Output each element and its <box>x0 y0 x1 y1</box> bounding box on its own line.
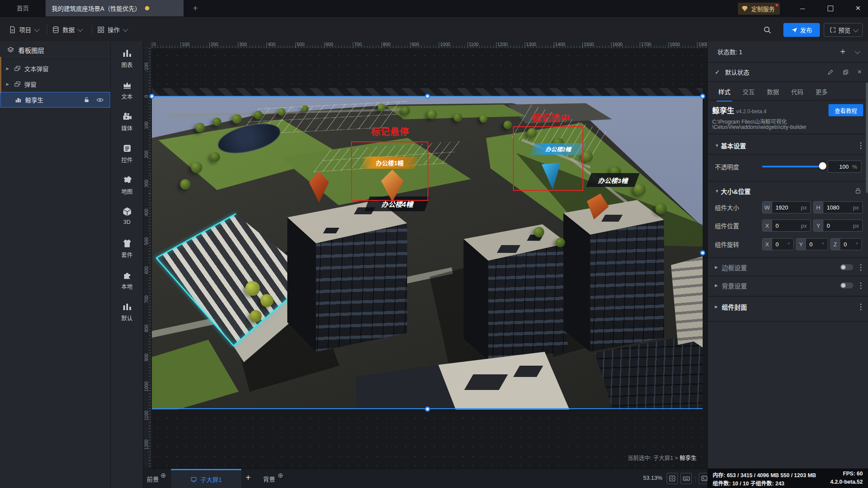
ruler-tick-label: 1200 <box>144 439 149 449</box>
default-state-label: 默认状态 <box>725 68 750 76</box>
resize-handle-top-right[interactable] <box>700 94 705 99</box>
tab-style[interactable]: 样式 <box>718 87 730 96</box>
lock-icon[interactable] <box>855 187 861 195</box>
caret-right-icon[interactable]: ▶ <box>715 283 721 288</box>
default-state-row[interactable]: ✓ 默认状态 × <box>708 63 868 81</box>
background-tab[interactable]: 背景 <box>263 475 275 483</box>
add-circle-icon[interactable]: ⊕ <box>278 472 283 479</box>
background-toggle-off[interactable] <box>840 282 853 288</box>
scene-3d-viewport[interactable]: 标记悬停 标记选中 办公楼1幢 办公楼2幢 办公楼3幢 办公楼4幢 <box>152 97 703 409</box>
menu-action[interactable]: 操作 <box>97 23 127 36</box>
chevron-down-icon[interactable] <box>855 48 861 54</box>
opacity-value-field[interactable]: 100% <box>828 160 861 173</box>
section-widget-cover[interactable]: ▶ 组件封面 <box>708 298 868 315</box>
zoom-level[interactable]: 53.13% <box>643 475 662 481</box>
toolbar-item-kits[interactable]: 套件 <box>111 238 143 264</box>
section-menu-icon[interactable] <box>860 264 861 271</box>
panel-scrollbar[interactable] <box>866 82 868 193</box>
caret-right-icon[interactable]: ▶ <box>6 82 10 86</box>
delete-state-icon[interactable]: × <box>858 68 861 76</box>
opacity-slider-track[interactable] <box>762 166 826 167</box>
tab-data[interactable]: 数据 <box>767 87 779 96</box>
section-border-settings[interactable]: ▶ 边框设置 <box>708 259 868 275</box>
layer-item-text-popup[interactable]: ▶ 文本弹窗 <box>0 61 111 76</box>
cube-icon <box>122 206 132 217</box>
menu-project[interactable]: 项目 <box>9 23 38 36</box>
resize-handle-bottom-center[interactable] <box>425 406 430 412</box>
add-circle-icon[interactable]: ⊕ <box>161 472 166 479</box>
layer-item-popup[interactable]: ▶ 弹窗 <box>0 76 111 92</box>
toolbar-item-controls[interactable]: 控件 <box>111 143 143 169</box>
keyboard-shortcuts-button[interactable] <box>681 473 692 484</box>
caret-right-icon[interactable]: ▶ <box>6 66 10 71</box>
toolbar-item-3d[interactable]: 3D <box>111 206 143 233</box>
toolbar-item-default[interactable]: 默认 <box>111 301 143 328</box>
layer-item-digital-twin-selected[interactable]: 鲸孪生 <box>0 92 110 108</box>
ruler-tick-label: 400 <box>144 209 149 216</box>
tab-home[interactable]: 首页 <box>0 0 46 16</box>
resize-handle-top-left[interactable] <box>149 94 155 99</box>
toolbar-item-text[interactable]: 文本 <box>111 80 143 106</box>
tutorial-button[interactable]: 查看教程 <box>829 104 863 116</box>
toolbar-item-local[interactable]: 本地 <box>111 270 143 296</box>
suit-icon <box>122 238 132 249</box>
widget-path-line2: \CetusView\addons\widgets\city-builder <box>712 124 806 130</box>
tab-more[interactable]: 更多 <box>815 87 828 96</box>
foreground-tab[interactable]: 前景 <box>147 475 159 483</box>
caret-right-icon[interactable]: ▶ <box>715 265 721 269</box>
resize-handle-top-center[interactable] <box>425 94 430 99</box>
section-basic-settings[interactable]: ▼ 基本设置 <box>708 137 868 154</box>
divider <box>708 296 868 297</box>
opacity-slider-knob[interactable] <box>819 162 826 170</box>
border-toggle-off[interactable] <box>840 264 853 270</box>
rot-y-field[interactable]: Y0° <box>796 238 828 250</box>
search-button[interactable] <box>763 26 772 34</box>
caret-down-icon[interactable]: ▼ <box>715 143 721 148</box>
caret-down-icon[interactable]: ▼ <box>715 189 721 193</box>
duplicate-icon[interactable] <box>842 69 849 75</box>
tab-code[interactable]: 代码 <box>791 87 803 96</box>
height-field[interactable]: H1080px <box>813 201 863 213</box>
ruler-tick-label: 1100 <box>144 411 149 421</box>
toolbar-item-map[interactable]: 地图 <box>111 175 143 201</box>
pos-y-field[interactable]: Y0px <box>813 219 863 232</box>
width-field[interactable]: W1920px <box>762 201 811 213</box>
close-button[interactable]: ✕ <box>848 0 868 16</box>
tab-sub-screen-1[interactable]: 子大屏1 <box>171 469 241 488</box>
ruler-tick-label: 1000 <box>144 381 149 391</box>
resize-handle-middle-right[interactable] <box>700 250 705 255</box>
pos-x-field[interactable]: X0px <box>762 219 811 232</box>
marker-label-office3[interactable]: 办公楼3幢 <box>586 173 640 187</box>
section-size-position[interactable]: ▼ 大小&位置 <box>708 183 868 199</box>
caret-right-icon[interactable]: ▶ <box>715 305 721 309</box>
separator <box>47 25 47 34</box>
add-screen-button[interactable]: + <box>246 473 251 483</box>
rot-x-field[interactable]: X0° <box>762 238 794 250</box>
menu-data[interactable]: 数据 <box>52 23 82 36</box>
section-menu-icon[interactable] <box>860 282 861 289</box>
tab-interaction[interactable]: 交互 <box>743 87 755 96</box>
section-background-settings[interactable]: ▶ 背景设置 <box>708 277 868 294</box>
divider <box>708 181 868 182</box>
ruler-tick-label: 300 <box>144 180 149 187</box>
editor-canvas[interactable]: 0100200300400500600700800900100011001200… <box>143 41 707 468</box>
rot-z-field[interactable]: Z0° <box>830 238 862 250</box>
section-menu-icon[interactable] <box>860 304 861 310</box>
section-menu-icon[interactable] <box>860 142 861 149</box>
ruler-tick-label: 0 <box>144 95 149 98</box>
eye-icon[interactable] <box>96 96 104 104</box>
tab-document[interactable]: 我的建筑底座场景A（性能优先） <box>46 0 184 16</box>
add-state-button[interactable] <box>839 48 846 55</box>
toolbar-item-charts[interactable]: 图表 <box>111 48 143 74</box>
custom-service-button[interactable]: 定制服务 <box>738 3 780 15</box>
minimize-button[interactable]: ─ <box>792 0 812 16</box>
preview-button[interactable]: 预览 <box>824 23 863 37</box>
new-tab-button[interactable]: + <box>190 3 201 13</box>
fit-screen-button[interactable] <box>667 473 678 484</box>
toolbar-item-media[interactable]: 媒体 <box>111 111 143 138</box>
database-icon <box>52 26 59 33</box>
publish-button[interactable]: 发布 <box>783 23 820 37</box>
maximize-button[interactable] <box>820 0 840 16</box>
unlock-icon[interactable] <box>83 96 90 103</box>
edit-icon[interactable] <box>827 69 834 75</box>
